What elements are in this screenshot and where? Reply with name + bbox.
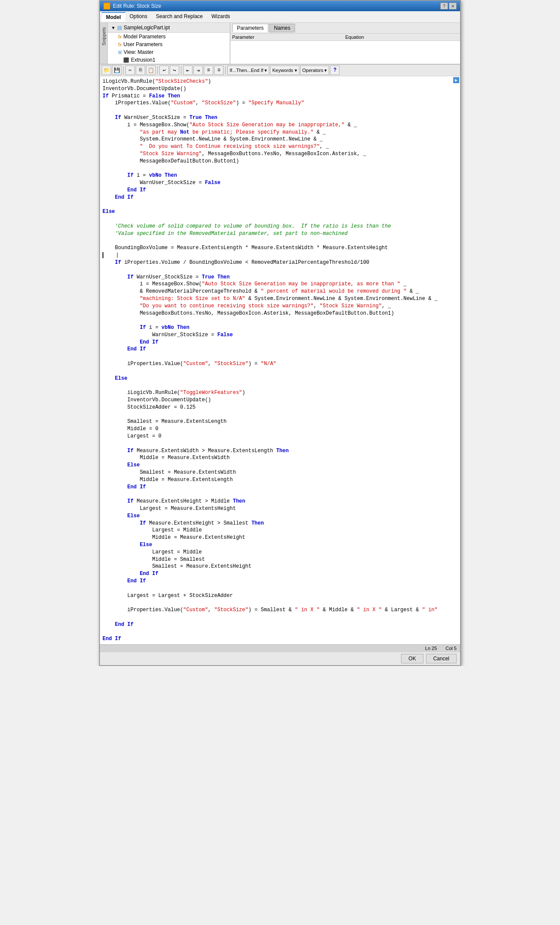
paste-btn[interactable]: 📋 xyxy=(146,66,156,75)
view-icon: ⊞ xyxy=(118,50,122,55)
undo-btn[interactable]: ↩ xyxy=(159,66,169,75)
code-line: If Measure.ExtentsHeight > Middle Then xyxy=(103,498,451,505)
tree-item-label-2[interactable]: User Parameters xyxy=(124,41,163,47)
code-line: End If xyxy=(103,484,451,491)
params-tab-names[interactable]: Names xyxy=(269,24,295,32)
redo-btn[interactable]: ↪ xyxy=(170,66,179,75)
code-line xyxy=(103,599,451,606)
collapse-icon[interactable]: ▼ xyxy=(111,25,115,30)
code-line: System.Environment.NewLine & System.Envi… xyxy=(103,136,451,143)
snippets-label[interactable]: Snippets xyxy=(101,27,106,46)
code-line: Largest = Middle xyxy=(103,527,451,534)
sep2 xyxy=(157,66,158,75)
help-icon-btn[interactable]: ? xyxy=(330,66,339,75)
menu-model[interactable]: Model xyxy=(102,12,125,22)
open-btn[interactable]: 📁 xyxy=(102,66,111,75)
code-line xyxy=(103,237,451,245)
operators-label: Operators xyxy=(302,68,324,73)
code-line: 'Value specified in the RemovedMaterial … xyxy=(103,230,451,237)
code-line: End If xyxy=(103,346,451,353)
cancel-button[interactable]: Cancel xyxy=(426,654,457,663)
menu-bar: Model Options Search and Replace Wizards xyxy=(100,11,460,23)
params-tab-parameters[interactable]: Parameters xyxy=(232,24,268,32)
params-table-header: Parameter Equation xyxy=(230,34,460,41)
code-line xyxy=(103,165,451,172)
code-line: Smallest = Measure.ExtentsLength xyxy=(103,418,451,425)
code-line: 'Check volume of solid compared to volum… xyxy=(103,223,451,230)
code-line xyxy=(103,353,451,360)
title-bar-left: Edit Rule: Stock Size xyxy=(103,3,161,9)
snippets-sidebar[interactable]: Snippets xyxy=(100,23,108,64)
close-btn[interactable]: ✕ xyxy=(449,3,457,9)
code-line: Largest = Largest + StockSizeAdder xyxy=(103,592,451,600)
menu-search[interactable]: Search and Replace xyxy=(152,12,207,22)
ok-button[interactable]: OK xyxy=(401,654,423,663)
tree-root-label[interactable]: SampleLogicPart.ipt xyxy=(124,25,170,31)
tree-view-master[interactable]: ⊞ View: Master xyxy=(108,48,230,56)
tree-item-label-3[interactable]: View: Master xyxy=(124,49,153,55)
if-then-label: If...Then...End If xyxy=(230,68,263,73)
title-bar-buttons[interactable]: ? ✕ xyxy=(440,3,457,9)
operators-dropdown[interactable]: Operators ▾ xyxy=(300,66,330,75)
nav-arrow[interactable]: ▶ xyxy=(453,77,459,83)
sep1 xyxy=(123,66,124,75)
tree-root[interactable]: ▼ ▤ SampleLogicPart.ipt xyxy=(109,24,228,31)
align-left-btn[interactable]: ≡ xyxy=(204,66,213,75)
code-line: " Do you want To Continue receiving stoc… xyxy=(103,143,451,150)
tree-model-params[interactable]: fx Model Parameters xyxy=(108,33,230,41)
cut-btn[interactable]: ✂ xyxy=(125,66,135,75)
code-line xyxy=(103,411,451,419)
code-line: Middle = Measure.ExtentsWidth xyxy=(103,454,451,462)
code-line: If WarnUser_StockSize = True Then xyxy=(103,114,451,122)
sep4 xyxy=(225,66,226,75)
code-line: End If xyxy=(103,339,451,346)
indent-inc-btn[interactable]: ⇥ xyxy=(193,66,203,75)
code-line: Largest = Middle xyxy=(103,549,451,556)
menu-wizards[interactable]: Wizards xyxy=(207,12,234,22)
save-btn[interactable]: 💾 xyxy=(112,66,121,75)
code-line: iProperties.Value("Custom", "StockSize")… xyxy=(103,606,451,614)
code-content: iLogicVb.RunRule("StockSizeChecks")Inven… xyxy=(100,76,460,644)
code-line xyxy=(103,382,451,389)
title-bar: Edit Rule: Stock Size ? ✕ xyxy=(100,1,460,11)
tree-item-label-1[interactable]: Model Parameters xyxy=(124,34,166,40)
align-right-btn[interactable]: ≡ xyxy=(214,66,224,75)
extrusion-icon: ⬛ xyxy=(123,57,129,63)
copy-btn[interactable]: ⎘ xyxy=(136,66,145,75)
tree-item-label-4[interactable]: Extrusion1 xyxy=(131,57,156,63)
code-line: If i = vbNo Then xyxy=(103,324,451,331)
code-line: If i = vbNo Then xyxy=(103,172,451,179)
main-window: Edit Rule: Stock Size ? ✕ Model Options … xyxy=(99,0,461,666)
code-line: End If xyxy=(103,578,451,585)
col-status: Col 5 xyxy=(445,646,457,651)
code-line: Middle = Smallest xyxy=(103,556,451,563)
keywords-dropdown[interactable]: Keywords ▾ xyxy=(270,66,299,75)
window-title: Edit Rule: Stock Size xyxy=(113,3,161,9)
code-line: InventorVb.DocumentUpdate() xyxy=(103,85,451,93)
code-line: If Measure.ExtentsHeight > Smallest Then xyxy=(103,520,451,527)
app-icon xyxy=(103,3,110,9)
code-line: Else xyxy=(103,375,451,382)
code-line xyxy=(103,628,451,636)
help-btn[interactable]: ? xyxy=(440,3,448,9)
indent-dec-btn[interactable]: ⇤ xyxy=(183,66,193,75)
tree-extrusion[interactable]: ⬛ Extrusion1 xyxy=(108,56,230,64)
code-line: If WarnUser_StockSize = True Then xyxy=(103,274,451,281)
tree-user-params[interactable]: fx User Parameters xyxy=(108,41,230,48)
status-bar: Ln 25 Col 5 xyxy=(100,644,460,652)
tree-header: ▼ ▤ SampleLogicPart.ipt xyxy=(108,23,230,33)
code-line: Else xyxy=(103,541,451,549)
keywords-label: Keywords xyxy=(272,68,293,73)
code-line: Largest = Measure.ExtentsHeight xyxy=(103,505,451,512)
code-line: If Measure.ExtentsWidth > Measure.Extent… xyxy=(103,447,451,455)
code-line: End If xyxy=(103,635,451,643)
if-then-dropdown[interactable]: If...Then...End If ▾ xyxy=(227,66,269,75)
code-line: If Prismatic = False Then xyxy=(103,93,451,100)
code-line: iProperties.Value("Custom", "StockSize")… xyxy=(103,100,451,107)
main-body: Snippets ▼ ▤ SampleLogicPart.ipt xyxy=(100,23,460,652)
code-line: & RemovedMaterialPercentageThreshold & "… xyxy=(103,288,451,295)
menu-options[interactable]: Options xyxy=(125,12,152,22)
code-line xyxy=(103,491,451,498)
param-col-equation: Equation xyxy=(345,34,459,40)
code-editor[interactable]: ▶ iLogicVb.RunRule("StockSizeChecks")Inv… xyxy=(100,76,460,644)
